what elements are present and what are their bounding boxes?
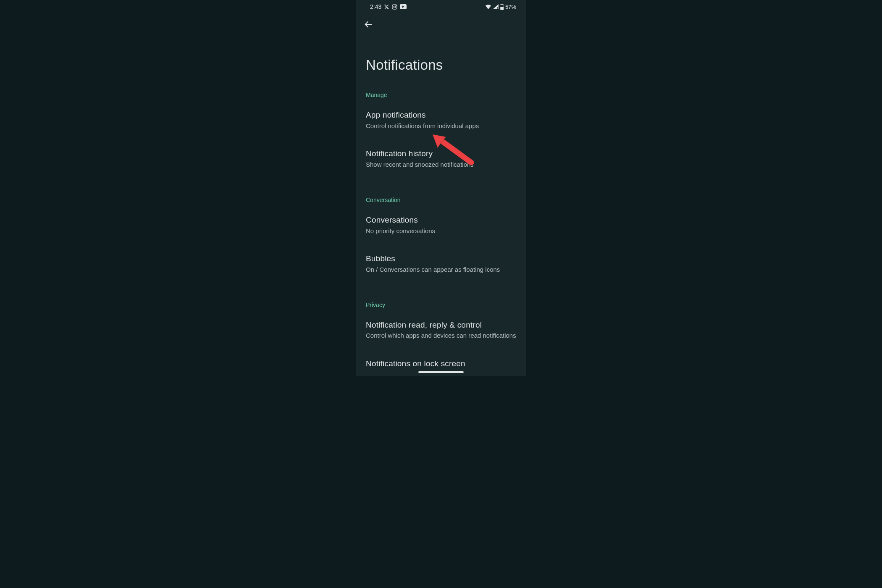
status-bar: 2:43 ! 57%	[356, 0, 526, 13]
settings-content: Manage App notifications Control notific…	[356, 73, 526, 376]
battery-icon	[500, 4, 504, 10]
page-title: Notifications	[356, 35, 526, 73]
item-subtitle: Control which apps and devices can read …	[366, 331, 516, 340]
settings-item-notification-read-reply[interactable]: Notification read, reply & control Contr…	[366, 311, 516, 349]
item-title: Notification history	[366, 149, 516, 159]
settings-item-app-notifications[interactable]: App notifications Control notifications …	[366, 101, 516, 139]
item-title: Notification read, reply & control	[366, 320, 516, 331]
battery-percent: 57%	[505, 4, 516, 10]
wifi-icon	[485, 4, 491, 9]
svg-text:!: !	[498, 7, 499, 9]
item-title: Bubbles	[366, 254, 516, 264]
svg-rect-8	[500, 7, 504, 10]
item-title: Notifications on lock screen	[366, 359, 516, 369]
arrow-left-icon	[364, 20, 373, 29]
youtube-icon	[400, 4, 407, 9]
section-header-privacy: Privacy	[366, 283, 516, 311]
signal-icon: !	[493, 4, 499, 9]
item-subtitle: No priority conversations	[366, 227, 516, 235]
section-header-conversation: Conversation	[366, 178, 516, 206]
item-subtitle: On / Conversations can appear as floatin…	[366, 265, 516, 274]
x-icon	[384, 4, 389, 10]
phone-screen: 2:43 ! 57%	[356, 0, 526, 376]
svg-point-2	[396, 5, 396, 5]
status-bar-right: ! 57%	[485, 4, 516, 10]
item-subtitle: Control notifications from individual ap…	[366, 122, 516, 130]
section-header-manage: Manage	[366, 73, 516, 101]
settings-item-bubbles[interactable]: Bubbles On / Conversations can appear as…	[366, 244, 516, 283]
item-title: App notifications	[366, 110, 516, 121]
navigation-bar-indicator[interactable]	[418, 371, 464, 373]
item-title: Conversations	[366, 215, 516, 226]
item-subtitle: Show recent and snoozed notifications	[366, 160, 516, 169]
instagram-icon	[392, 4, 397, 10]
svg-point-1	[394, 6, 396, 8]
status-bar-left: 2:43	[370, 3, 407, 10]
nav-bar	[356, 13, 526, 35]
back-button[interactable]	[363, 19, 373, 29]
settings-item-conversations[interactable]: Conversations No priority conversations	[366, 206, 516, 244]
settings-item-notification-history[interactable]: Notification history Show recent and sno…	[366, 139, 516, 178]
status-time: 2:43	[370, 3, 381, 10]
